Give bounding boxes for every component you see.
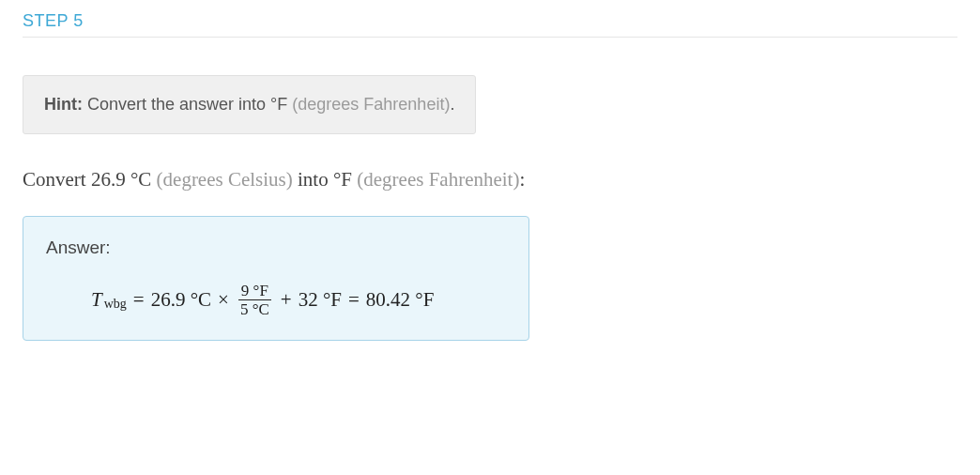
step-divider xyxy=(23,37,957,38)
formula-val-32: 32 °F xyxy=(299,288,342,312)
hint-label: Hint: xyxy=(44,95,83,114)
answer-box: Answer: Twbg = 26.9 °C × 9 °F 5 °C + 32 … xyxy=(23,216,529,341)
formula-fraction: 9 °F 5 °C xyxy=(238,283,271,317)
answer-label: Answer: xyxy=(46,238,506,258)
formula-eq2: = xyxy=(344,288,364,312)
answer-formula: Twbg = 26.9 °C × 9 °F 5 °C + 32 °F = 80.… xyxy=(46,283,506,317)
instr-colon: : xyxy=(519,168,525,191)
formula-val-c: 26.9 °C xyxy=(151,288,211,312)
formula-times: × xyxy=(213,288,234,312)
instr-unit-f: °F xyxy=(333,168,352,191)
formula-subscript: wbg xyxy=(104,297,127,312)
hint-period: . xyxy=(450,95,454,114)
step-label: STEP 5 xyxy=(23,11,957,37)
formula-eq1: = xyxy=(129,288,149,312)
instr-desc-f: (degrees Fahrenheit) xyxy=(352,168,519,191)
formula-result: 80.42 °F xyxy=(366,288,435,312)
instr-desc-c: (degrees Celsius) xyxy=(151,168,292,191)
instruction-line: Convert 26.9 °C (degrees Celsius) into °… xyxy=(23,168,957,192)
hint-unit-f-desc: (degrees Fahrenheit) xyxy=(287,95,450,114)
hint-unit-f: °F xyxy=(270,95,287,114)
hint-box: Hint: Convert the answer into °F (degree… xyxy=(23,75,476,134)
instr-text-1: Convert xyxy=(23,168,91,191)
instr-text-2: into xyxy=(293,168,333,191)
frac-denominator: 5 °C xyxy=(238,299,271,317)
instr-value-c: 26.9 °C xyxy=(91,168,151,191)
formula-plus: + xyxy=(276,288,297,312)
frac-numerator: 9 °F xyxy=(239,283,270,299)
formula-var: T xyxy=(91,288,102,312)
hint-text-1: Convert the answer into xyxy=(83,95,270,114)
